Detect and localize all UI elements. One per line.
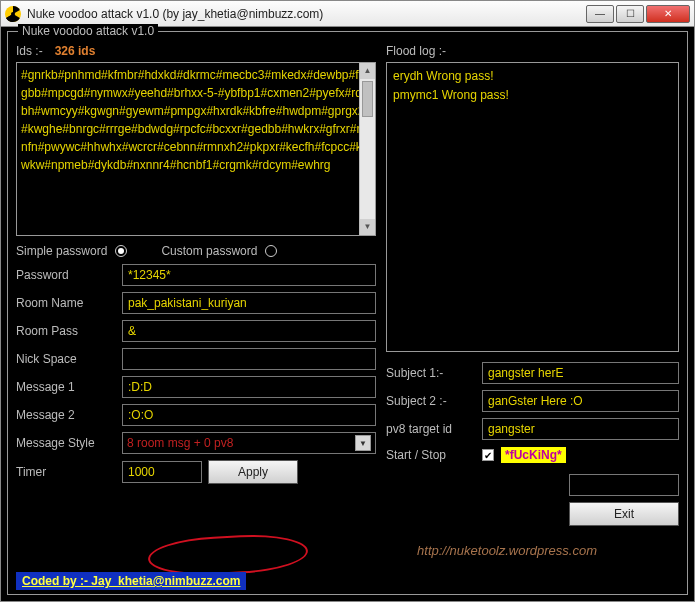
minimize-button[interactable]: —	[586, 5, 614, 23]
message-style-label: Message Style	[16, 436, 116, 450]
app-window: Nuke voodoo attack v1.0 (by jay_khetia@n…	[0, 0, 695, 602]
custom-password-radio[interactable]	[265, 245, 277, 257]
chevron-down-icon: ▼	[355, 435, 371, 451]
scroll-thumb[interactable]	[362, 81, 373, 117]
scroll-up-icon[interactable]: ▲	[360, 63, 375, 79]
simple-password-radio[interactable]	[115, 245, 127, 257]
nick-space-input[interactable]	[122, 348, 376, 370]
message1-label: Message 1	[16, 380, 116, 394]
simple-password-label: Simple password	[16, 244, 107, 258]
subject2-input[interactable]: ganGster Here :O	[482, 390, 679, 412]
password-label: Password	[16, 268, 116, 282]
flood-log[interactable]: erydh Wrong pass! pmymc1 Wrong pass!	[386, 62, 679, 352]
scroll-down-icon[interactable]: ▼	[360, 219, 375, 235]
scrollbar[interactable]: ▲ ▼	[359, 63, 375, 235]
window-title: Nuke voodoo attack v1.0 (by jay_khetia@n…	[27, 7, 586, 21]
main-groupbox: Nuke voodoo attack v1.0 Ids :- 326 ids #…	[7, 31, 688, 595]
ids-textarea[interactable]: #gnrkb#pnhmd#kfmbr#hdxkd#dkrmc#mecbc3#mk…	[16, 62, 376, 236]
timer-label: Timer	[16, 465, 116, 479]
radiation-icon	[5, 6, 21, 22]
room-name-input[interactable]: pak_pakistani_kuriyan	[122, 292, 376, 314]
room-pass-input[interactable]: &	[122, 320, 376, 342]
start-stop-checkbox[interactable]: ✔	[482, 449, 494, 461]
room-pass-label: Room Pass	[16, 324, 116, 338]
flood-line: erydh Wrong pass!	[393, 67, 672, 86]
ids-label: Ids :-	[16, 44, 43, 58]
ids-text: #gnrkb#pnhmd#kfmbr#hdxkd#dkrmc#mecbc3#mk…	[21, 68, 369, 172]
watermark-text: http://nuketoolz.wordpress.com	[417, 543, 597, 558]
password-input[interactable]: *12345*	[122, 264, 376, 286]
subject1-label: Subject 1:-	[386, 366, 476, 380]
close-button[interactable]: ✕	[646, 5, 690, 23]
exit-button[interactable]: Exit	[569, 502, 679, 526]
start-stop-value: *fUcKiNg*	[500, 446, 567, 464]
groupbox-title: Nuke voodoo attack v1.0	[18, 24, 158, 38]
pv8-target-label: pv8 target id	[386, 422, 476, 436]
custom-password-label: Custom password	[161, 244, 257, 258]
room-name-label: Room Name	[16, 296, 116, 310]
message-style-select[interactable]: 8 room msg + 0 pv8 ▼	[122, 432, 376, 454]
ids-count: 326 ids	[55, 44, 96, 58]
apply-button[interactable]: Apply	[208, 460, 298, 484]
status-box	[569, 474, 679, 496]
footer-credit: Coded by :- Jay_khetia@nimbuzz.com	[16, 572, 246, 590]
pv8-target-input[interactable]: gangster	[482, 418, 679, 440]
subject1-input[interactable]: gangster herE	[482, 362, 679, 384]
message2-label: Message 2	[16, 408, 116, 422]
nick-space-label: Nick Space	[16, 352, 116, 366]
message1-input[interactable]: :D:D	[122, 376, 376, 398]
start-stop-label: Start / Stop	[386, 448, 476, 462]
maximize-button[interactable]: ☐	[616, 5, 644, 23]
message-style-value: 8 room msg + 0 pv8	[127, 436, 233, 450]
timer-input[interactable]: 1000	[122, 461, 202, 483]
message2-input[interactable]: :O:O	[122, 404, 376, 426]
flood-line: pmymc1 Wrong pass!	[393, 86, 672, 105]
flood-log-label: Flood log :-	[386, 44, 679, 58]
subject2-label: Subject 2 :-	[386, 394, 476, 408]
